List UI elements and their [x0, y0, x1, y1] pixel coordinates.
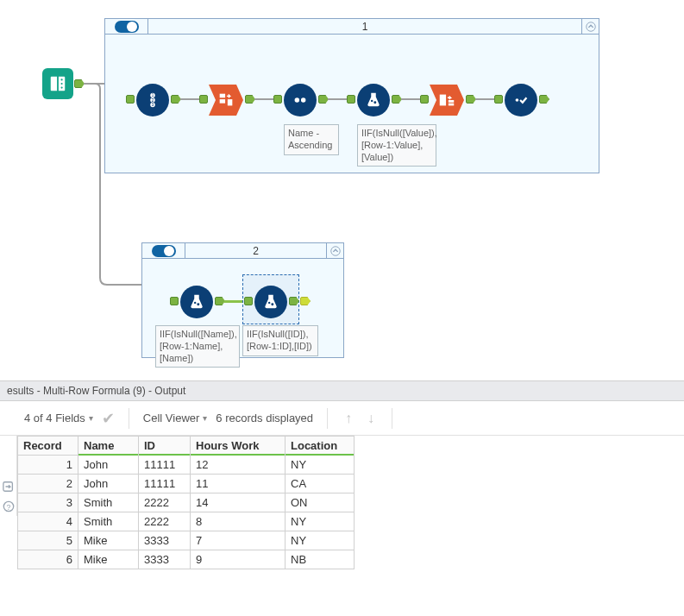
- container-collapse-button[interactable]: [581, 19, 599, 34]
- numbers-icon: 123: [143, 91, 162, 110]
- cell[interactable]: 12: [191, 456, 286, 475]
- wire: [401, 98, 420, 100]
- multi-row-formula-tool[interactable]: [357, 84, 390, 116]
- svg-point-25: [271, 303, 273, 305]
- connector-in[interactable]: [170, 297, 179, 305]
- cell[interactable]: 7: [191, 531, 286, 550]
- container-toggle[interactable]: [142, 243, 185, 258]
- column-header[interactable]: Record: [18, 437, 78, 456]
- cell[interactable]: 3333: [139, 531, 191, 550]
- table-row[interactable]: 6Mike33339NB: [18, 550, 355, 569]
- sort-tool[interactable]: [284, 84, 317, 116]
- connector-in[interactable]: [199, 95, 208, 104]
- arrow-up-icon[interactable]: ↑: [342, 411, 355, 426]
- svg-rect-12: [228, 99, 233, 105]
- cell[interactable]: NY: [286, 512, 355, 531]
- svg-point-23: [197, 303, 199, 305]
- crosstab-tool[interactable]: [430, 85, 464, 116]
- column-header[interactable]: Location: [286, 437, 355, 456]
- cell[interactable]: NY: [286, 531, 355, 550]
- svg-text:?: ?: [6, 502, 10, 511]
- connector-out[interactable]: [300, 297, 311, 305]
- connector-out[interactable]: [539, 95, 549, 104]
- cell[interactable]: 2222: [139, 493, 191, 512]
- cell[interactable]: NB: [286, 550, 355, 569]
- svg-point-22: [194, 302, 196, 304]
- results-pane: esults - Multi-Row Formula (9) - Output …: [0, 380, 684, 569]
- column-header[interactable]: ID: [139, 437, 191, 456]
- cell[interactable]: 11111: [139, 475, 191, 493]
- row-number: 1: [18, 456, 78, 475]
- beaker-icon: [187, 292, 206, 311]
- cell[interactable]: Smith: [78, 512, 139, 531]
- cell[interactable]: CA: [286, 475, 355, 493]
- table-row[interactable]: 5Mike33337NY: [18, 531, 355, 550]
- tool-container-1[interactable]: 1 123 Name - Ascendin: [104, 18, 599, 173]
- multi-row-formula-tool-name[interactable]: [180, 286, 213, 318]
- svg-rect-10: [220, 94, 225, 98]
- results-title: esults - Multi-Row Formula (9) - Output: [7, 385, 185, 397]
- cell[interactable]: Mike: [78, 550, 139, 569]
- table-row[interactable]: 1John1111112NY: [18, 456, 355, 475]
- connector-in[interactable]: [494, 95, 503, 104]
- results-header: esults - Multi-Row Formula (9) - Output: [0, 380, 684, 401]
- help-icon[interactable]: ?: [0, 496, 17, 516]
- svg-rect-17: [440, 95, 446, 106]
- annotation-mrf-name: IIF(IsNull([Name]),[Row-1:Name],[Name]): [155, 325, 240, 368]
- cell[interactable]: 14: [191, 493, 286, 512]
- container-toggle[interactable]: [105, 19, 148, 34]
- beaker-icon: [261, 292, 280, 311]
- connector-in[interactable]: [126, 95, 135, 104]
- row-indicator-icon[interactable]: [0, 476, 17, 496]
- svg-point-14: [301, 97, 306, 103]
- results-toolbar: 4 of 4 Fields ✔ Cell Viewer 6 records di…: [0, 401, 684, 436]
- annotation-sort: Name - Ascending: [284, 124, 339, 155]
- workflow-canvas[interactable]: 1 123 Name - Ascendin: [0, 0, 684, 380]
- svg-point-21: [330, 246, 340, 255]
- row-number: 3: [18, 493, 78, 512]
- wire: [328, 98, 347, 100]
- cell[interactable]: Mike: [78, 531, 139, 550]
- fields-dropdown[interactable]: 4 of 4 Fields: [24, 412, 93, 424]
- connector-in[interactable]: [347, 95, 355, 104]
- container-title: 2: [185, 245, 326, 257]
- record-id-tool[interactable]: 123: [136, 84, 169, 116]
- svg-rect-11: [220, 99, 225, 104]
- column-header[interactable]: Name: [78, 437, 139, 456]
- cell[interactable]: John: [78, 456, 139, 475]
- connector-in[interactable]: [273, 95, 282, 104]
- table-row[interactable]: 4Smith22228NY: [18, 512, 355, 531]
- table-row[interactable]: 2John1111111CA: [18, 475, 355, 493]
- svg-point-20: [516, 98, 519, 102]
- cell[interactable]: Smith: [78, 493, 139, 512]
- cell[interactable]: 2222: [139, 512, 191, 531]
- cell[interactable]: ON: [286, 493, 355, 512]
- connector-in[interactable]: [420, 95, 429, 104]
- tool-container-2[interactable]: 2 IIF(IsNull([Name]),[Row-1:Name],[Name]…: [141, 242, 344, 358]
- wire-active: [224, 300, 242, 303]
- cell[interactable]: 3333: [139, 550, 191, 569]
- beaker-icon: [364, 91, 383, 110]
- container-collapse-button[interactable]: [326, 243, 343, 258]
- table-row[interactable]: 3Smith222214ON: [18, 493, 355, 512]
- cell[interactable]: 9: [191, 550, 286, 569]
- wire: [180, 98, 199, 100]
- cell[interactable]: 8: [191, 512, 286, 531]
- transpose-tool[interactable]: [209, 85, 243, 116]
- row-number: 5: [18, 531, 78, 550]
- multi-row-formula-tool-id[interactable]: [254, 286, 287, 318]
- connector-in[interactable]: [244, 297, 253, 305]
- check-icon[interactable]: ✔: [102, 409, 115, 428]
- arrow-down-icon[interactable]: ↓: [364, 411, 378, 426]
- container-title: 1: [148, 21, 581, 33]
- cell[interactable]: 11111: [139, 456, 191, 475]
- results-grid[interactable]: RecordNameIDHours WorkLocation 1John1111…: [17, 436, 355, 569]
- wire: [254, 98, 273, 100]
- cell[interactable]: NY: [286, 456, 355, 475]
- row-number: 4: [18, 512, 78, 531]
- cell[interactable]: 11: [191, 475, 286, 493]
- cell-viewer-dropdown[interactable]: Cell Viewer: [143, 412, 208, 424]
- column-header[interactable]: Hours Work: [191, 437, 286, 456]
- select-tool[interactable]: [505, 84, 537, 116]
- cell[interactable]: John: [78, 475, 139, 493]
